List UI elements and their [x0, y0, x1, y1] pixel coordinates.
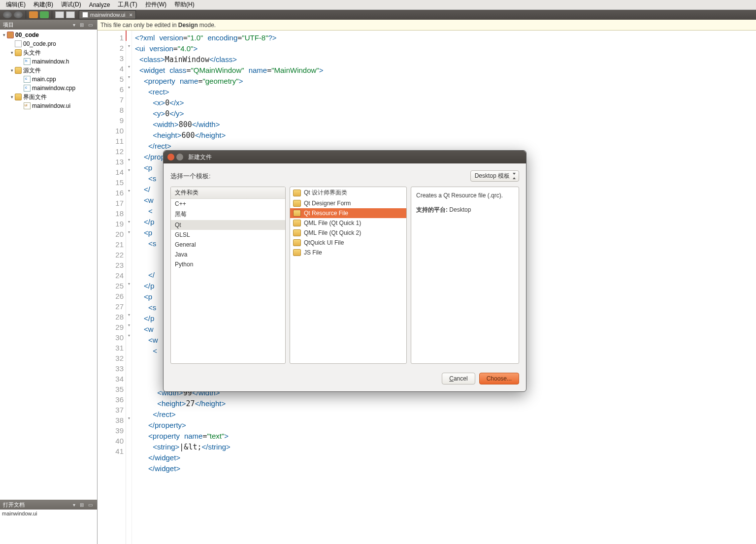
folder-icon [293, 210, 301, 217]
menu-help[interactable]: 帮助(H) [170, 0, 198, 9]
open-docs-list[interactable]: mainwindow.ui [0, 510, 97, 544]
tree-project[interactable]: ▾00_code [0, 31, 97, 39]
line-number-gutter: 1234567891011121314151617181920212223242… [98, 31, 126, 544]
template-item[interactable]: QtQuick UI File [290, 238, 406, 248]
category-item[interactable]: GLSL [171, 230, 285, 240]
template-description: Creates a Qt Resource file (.qrc). 支持的平台… [411, 187, 519, 364]
template-label: Qt 设计师界面类 [304, 189, 347, 197]
new-file-dialog: 新建文件 选择一个模板: Desktop 模板 文件和类 C++黑莓QtGLSL… [163, 150, 526, 392]
tree-pro-file[interactable]: 00_code.pro [0, 39, 97, 48]
folder-icon [293, 200, 301, 207]
nav-fwd-icon[interactable] [14, 11, 23, 18]
projects-pane-header: 项目 ▾ ⊞ ▭ [0, 20, 97, 30]
cpp-file-icon [24, 76, 31, 83]
notice-post: mode. [199, 22, 216, 29]
left-sidebar: 项目 ▾ ⊞ ▭ ▾00_code 00_code.pro ▾头文件 mainw… [0, 20, 98, 544]
template-label: JS File [304, 249, 322, 256]
tree-ui-file[interactable]: mainwindow.ui [0, 101, 97, 110]
folder-icon [293, 239, 301, 246]
category-item[interactable]: 黑莓 [171, 209, 285, 220]
template-label: Qt Designer Form [304, 200, 351, 207]
category-list[interactable]: 文件和类 C++黑莓QtGLSLGeneralJavaPython [170, 187, 286, 364]
project-icon [7, 32, 14, 38]
notice-pre: This file can only be edited in [100, 22, 177, 29]
menu-bar: 编辑(E) 构建(B) 调试(D) Analyze 工具(T) 控件(W) 帮助… [0, 0, 756, 10]
cpp-file-icon [24, 85, 31, 92]
platform-label: 支持的平台: [416, 206, 449, 213]
window-min-icon[interactable] [176, 154, 183, 160]
category-header: 文件和类 [171, 187, 285, 199]
open-doc-item[interactable]: mainwindow.ui [2, 511, 95, 516]
menu-edit[interactable]: 编辑(E) [2, 0, 30, 9]
dialog-title: 新建文件 [188, 153, 212, 161]
choose-button[interactable]: Choose... [479, 373, 519, 384]
ui-file-icon [24, 102, 31, 109]
folder-icon [293, 229, 301, 236]
paste-icon[interactable] [66, 11, 75, 18]
folder-icon [293, 249, 301, 256]
open-docs-header: 打开文档 ▾ ⊞ ▭ [0, 500, 97, 510]
platform-value: Desktop [449, 206, 471, 213]
toolbar: mainwindow.ui × [0, 10, 756, 20]
window-close-icon[interactable] [167, 154, 174, 160]
dialog-titlebar[interactable]: 新建文件 [164, 151, 526, 163]
menu-tools[interactable]: 工具(T) [114, 0, 141, 9]
cancel-button[interactable]: Cancel [442, 373, 475, 384]
menu-widgets[interactable]: 控件(W) [141, 0, 170, 9]
open-docs-title: 打开文档 [3, 501, 25, 509]
category-item[interactable]: Qt [171, 220, 285, 230]
category-item[interactable]: Python [171, 259, 285, 269]
folder-icon [15, 49, 22, 56]
design-mode-notice: This file can only be edited in Design m… [98, 20, 756, 31]
pane-header-buttons[interactable]: ▾ ⊞ ▭ [73, 22, 94, 28]
menu-analyze[interactable]: Analyze [85, 1, 114, 8]
tree-source-file[interactable]: mainwindow.cpp [0, 84, 97, 93]
template-item[interactable]: Qt 设计师界面类 [290, 187, 406, 198]
editor-tab[interactable]: mainwindow.ui × [79, 10, 136, 19]
tree-sources-folder[interactable]: ▾源文件 [0, 66, 97, 75]
category-item[interactable]: C++ [171, 199, 285, 209]
nav-back-icon[interactable] [3, 11, 12, 18]
fold-column[interactable]: ▾▾▾▾▾▾▾▾▾▾▾▾▾▾ [126, 31, 132, 544]
tree-forms-folder[interactable]: ▾界面文件 [0, 93, 97, 101]
h-file-icon [24, 58, 31, 65]
tree-source-file[interactable]: main.cpp [0, 75, 97, 84]
template-label: Qt Resource File [304, 210, 348, 217]
template-item[interactable]: JS File [290, 248, 406, 257]
tree-headers-folder[interactable]: ▾头文件 [0, 48, 97, 57]
pro-file-icon [15, 40, 22, 47]
bookmark-icon[interactable] [40, 11, 49, 18]
tab-close-icon[interactable]: × [130, 12, 132, 18]
template-item[interactable]: Qt Resource File [290, 208, 406, 218]
template-list[interactable]: Qt 设计师界面类Qt Designer FormQt Resource Fil… [290, 187, 407, 364]
projects-pane-title: 项目 [3, 21, 14, 29]
copy-icon[interactable] [55, 11, 64, 18]
template-label: QtQuick UI File [304, 239, 344, 246]
project-tree[interactable]: ▾00_code 00_code.pro ▾头文件 mainwindow.h ▾… [0, 30, 97, 500]
category-item[interactable]: General [171, 240, 285, 250]
template-filter-combo[interactable]: Desktop 模板 [470, 170, 519, 182]
menu-debug[interactable]: 调试(D) [57, 0, 85, 9]
tab-label: mainwindow.ui [90, 12, 126, 18]
document-icon [82, 12, 88, 18]
category-item[interactable]: Java [171, 250, 285, 259]
folder-icon [293, 220, 301, 226]
template-item[interactable]: Qt Designer Form [290, 198, 406, 208]
open-docs-buttons[interactable]: ▾ ⊞ ▭ [73, 502, 94, 508]
tree-header-file[interactable]: mainwindow.h [0, 57, 97, 66]
template-label: QML File (Qt Quick 1) [304, 220, 361, 226]
folder-icon [293, 190, 301, 196]
notice-bold: Design [178, 22, 198, 29]
menu-build[interactable]: 构建(B) [30, 0, 57, 9]
build-icon[interactable] [29, 11, 38, 18]
template-label: QML File (Qt Quick 2) [304, 229, 361, 236]
choose-template-label: 选择一个模板: [170, 172, 211, 181]
template-item[interactable]: QML File (Qt Quick 1) [290, 218, 406, 228]
template-item[interactable]: QML File (Qt Quick 2) [290, 228, 406, 238]
desc-text: Creates a Qt Resource file (.qrc). [416, 192, 514, 199]
folder-icon [15, 94, 22, 100]
folder-icon [15, 67, 22, 74]
